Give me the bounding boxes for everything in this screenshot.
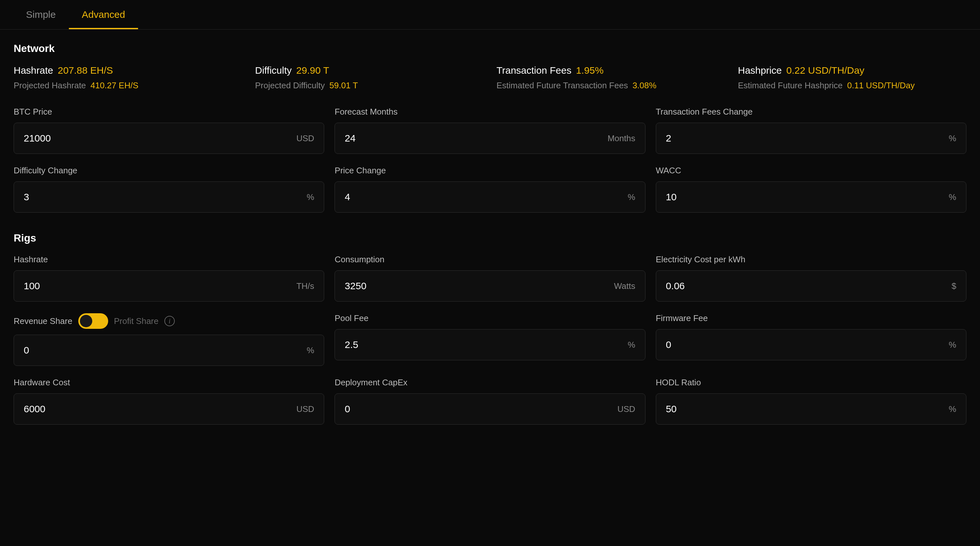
stat-sub-label: Estimated Future Hashprice (738, 81, 843, 90)
input-suffix: Months (608, 133, 635, 143)
field-label: BTC Price (14, 107, 324, 117)
field-firmware-fee: Firmware Fee % (656, 313, 966, 366)
stat-sub-value: 3.08% (632, 81, 657, 90)
pool-fee-input[interactable] (345, 339, 624, 350)
wacc-input[interactable] (666, 192, 945, 203)
tab-advanced[interactable]: Advanced (69, 0, 138, 29)
input-wrap[interactable]: % (14, 181, 324, 213)
stat-sub-label: Projected Hashrate (14, 81, 86, 90)
input-wrap[interactable]: USD (334, 394, 645, 425)
field-label: Forecast Months (334, 107, 645, 117)
rig-hashrate-input[interactable] (24, 281, 292, 292)
stat-value: 29.90 T (296, 65, 329, 76)
rigs-inputs: Hashrate TH/s Consumption Watts Electric… (14, 254, 966, 425)
stat-sub-value: 59.01 T (329, 81, 358, 90)
input-wrap[interactable]: Months (334, 123, 645, 154)
stat-tx-fees: Transaction Fees 1.95% Estimated Future … (497, 65, 725, 90)
stat-value: 1.95% (576, 65, 603, 76)
input-wrap[interactable]: USD (14, 123, 324, 154)
field-rig-hashrate: Hashrate TH/s (14, 254, 324, 302)
stat-sub-value: 410.27 EH/S (91, 81, 138, 90)
input-wrap[interactable]: % (656, 394, 966, 425)
input-wrap[interactable]: $ (656, 270, 966, 302)
field-label: Transaction Fees Change (656, 107, 966, 117)
field-label: Electricity Cost per kWh (656, 254, 966, 265)
input-suffix: % (628, 192, 635, 202)
field-label: Hardware Cost (14, 378, 324, 387)
input-suffix: $ (952, 281, 956, 291)
price-change-input[interactable] (345, 192, 624, 203)
section-title-rigs: Rigs (14, 232, 966, 244)
input-wrap[interactable]: USD (14, 394, 324, 425)
forecast-months-input[interactable] (345, 133, 603, 144)
difficulty-change-input[interactable] (24, 192, 303, 203)
stat-sub-value: 0.11 USD/TH/Day (847, 81, 915, 90)
field-label: Difficulty Change (14, 165, 324, 176)
field-wacc: WACC % (656, 165, 966, 213)
network-inputs: BTC Price USD Forecast Months Months Tra… (14, 107, 966, 213)
input-suffix: % (949, 404, 956, 414)
field-price-change: Price Change % (334, 165, 645, 213)
stat-sub-label: Estimated Future Transaction Fees (497, 81, 628, 90)
stat-difficulty: Difficulty 29.90 T Projected Difficulty … (255, 65, 483, 90)
input-suffix: Watts (614, 281, 635, 291)
deployment-capex-input[interactable] (345, 403, 613, 414)
field-revenue-share: Revenue Share Profit Share i % (14, 313, 324, 366)
hodl-ratio-input[interactable] (666, 403, 945, 414)
stat-hashrate: Hashrate 207.88 EH/S Projected Hashrate … (14, 65, 242, 90)
field-forecast-months: Forecast Months Months (334, 107, 645, 154)
input-wrap[interactable]: % (14, 335, 324, 366)
tabs-bar: Simple Advanced (0, 0, 980, 30)
field-label: Consumption (334, 254, 645, 265)
tx-fees-change-input[interactable] (666, 133, 945, 144)
input-suffix: % (949, 133, 956, 143)
field-hodl-ratio: HODL Ratio % (656, 378, 966, 425)
input-suffix: % (307, 192, 314, 202)
field-label: Price Change (334, 165, 645, 176)
field-label: HODL Ratio (656, 378, 966, 387)
stat-value: 0.22 USD/TH/Day (786, 65, 864, 76)
revenue-profit-toggle[interactable] (78, 313, 108, 329)
firmware-fee-input[interactable] (666, 339, 945, 350)
field-elec-cost: Electricity Cost per kWh $ (656, 254, 966, 302)
stat-label: Hashrate (14, 65, 53, 76)
field-difficulty-change: Difficulty Change % (14, 165, 324, 213)
info-icon[interactable]: i (164, 316, 175, 326)
field-pool-fee: Pool Fee % (334, 313, 645, 366)
stat-label: Difficulty (255, 65, 292, 76)
stat-label: Hashprice (738, 65, 782, 76)
input-wrap[interactable]: % (656, 123, 966, 154)
toggle-knob (80, 315, 92, 327)
field-label: Pool Fee (334, 313, 645, 323)
input-wrap[interactable]: % (334, 181, 645, 213)
input-suffix: TH/s (296, 281, 314, 291)
field-btc-price: BTC Price USD (14, 107, 324, 154)
stat-hashprice: Hashprice 0.22 USD/TH/Day Estimated Futu… (738, 65, 966, 90)
btc-price-input[interactable] (24, 133, 292, 144)
field-label: Firmware Fee (656, 313, 966, 323)
input-suffix: % (949, 192, 956, 202)
input-suffix: % (628, 340, 635, 350)
field-label-alt: Profit Share (114, 316, 159, 326)
stat-value: 207.88 EH/S (58, 65, 113, 76)
input-suffix: % (949, 340, 956, 350)
consumption-input[interactable] (345, 281, 610, 292)
input-wrap[interactable]: % (656, 181, 966, 213)
field-label: Deployment CapEx (334, 378, 645, 387)
field-label: Revenue Share (14, 316, 72, 326)
field-label: WACC (656, 165, 966, 176)
network-stats-row: Hashrate 207.88 EH/S Projected Hashrate … (14, 65, 966, 90)
tab-simple[interactable]: Simple (13, 0, 69, 29)
field-label: Hashrate (14, 254, 324, 265)
field-deployment-capex: Deployment CapEx USD (334, 378, 645, 425)
stat-sub-label: Projected Difficulty (255, 81, 325, 90)
hardware-cost-input[interactable] (24, 403, 292, 414)
input-suffix: USD (296, 404, 314, 414)
input-wrap[interactable]: % (334, 329, 645, 360)
elec-cost-input[interactable] (666, 281, 948, 292)
field-tx-fees-change: Transaction Fees Change % (656, 107, 966, 154)
input-wrap[interactable]: Watts (334, 270, 645, 302)
input-wrap[interactable]: % (656, 329, 966, 360)
input-wrap[interactable]: TH/s (14, 270, 324, 302)
revenue-share-input[interactable] (24, 345, 303, 356)
